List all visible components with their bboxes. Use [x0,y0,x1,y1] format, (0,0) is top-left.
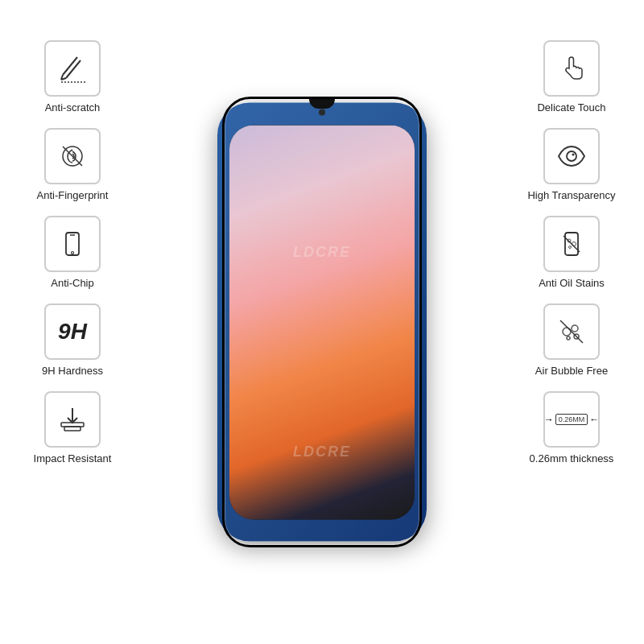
air-bubble-free-icon [543,303,600,360]
svg-point-22 [569,246,572,249]
feature-anti-fingerprint: Anti-Fingerprint [37,128,109,201]
left-arrow: → [544,414,554,425]
right-arrow: ← [589,414,599,425]
svg-line-23 [564,236,580,252]
high-transparency-label: High Transparency [527,189,615,201]
glass-notch [309,99,335,109]
9h-hardness-label: 9H Hardness [42,365,103,377]
left-features: Anti-scratch Anti-Fingerprint [8,40,137,464]
air-bubble-free-label: Air Bubble Free [535,365,608,377]
impact-resistant-label: Impact Resistant [34,452,112,464]
anti-oil-stains-label: Anti Oil Stains [539,277,605,289]
impact-resistant-icon [44,391,101,448]
svg-line-28 [560,320,583,343]
delicate-touch-label: Delicate Touch [537,101,605,114]
anti-chip-label: Anti-Chip [51,277,93,289]
feature-air-bubble-free: Air Bubble Free [535,303,608,377]
high-transparency-icon [543,128,600,184]
svg-point-18 [572,154,575,156]
thickness-arrows: → 0.26MM ← [544,414,600,425]
right-features: Delicate Touch High Transparency [507,40,636,464]
9h-hardness-icon: 9H [44,303,101,360]
feature-impact-resistant: Impact Resistant [34,391,112,464]
feature-thickness: → 0.26MM ← 0.26mm thickness [530,391,614,464]
thickness-value: 0.26MM [555,414,588,425]
feature-9h-hardness: 9H 9H Hardness [42,303,103,377]
feature-high-transparency: High Transparency [527,128,615,201]
feature-anti-oil-stains: Anti Oil Stains [539,216,605,289]
feature-anti-chip: Anti-Chip [44,216,101,289]
phone-container: LDCRE LDCRE [209,89,435,555]
anti-oil-stains-icon [543,216,600,272]
svg-point-25 [572,325,578,332]
anti-fingerprint-icon [44,128,101,184]
delicate-touch-icon [543,40,600,97]
svg-point-17 [567,151,576,161]
anti-scratch-label: Anti-scratch [45,101,101,114]
anti-scratch-icon [44,40,101,97]
glass-overlay [222,97,422,547]
svg-point-13 [72,252,74,254]
anti-fingerprint-label: Anti-Fingerprint [37,189,109,201]
main-container: Anti-scratch Anti-Fingerprint [0,0,644,644]
svg-rect-15 [64,427,80,431]
anti-chip-icon [44,216,101,272]
svg-point-27 [567,336,570,340]
thickness-label: 0.26mm thickness [530,452,614,464]
feature-delicate-touch: Delicate Touch [537,40,605,114]
thickness-icon: → 0.26MM ← [543,391,600,448]
feature-anti-scratch: Anti-scratch [44,40,101,114]
